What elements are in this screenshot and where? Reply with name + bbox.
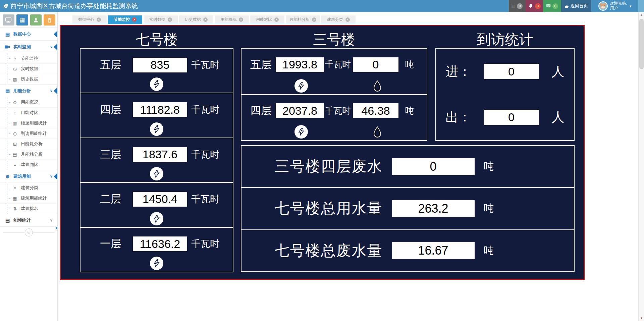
- sidebar-item-visit-energy-stats[interactable]: ◷ 到访用能统计: [0, 128, 57, 139]
- b3-floor4-water-input[interactable]: [353, 103, 398, 118]
- scroll-thumb[interactable]: [639, 19, 644, 69]
- tab-realtime-data[interactable]: 实时数据 ×: [144, 15, 178, 24]
- chevron-down-icon: ∨: [50, 174, 53, 178]
- sidebar-item-energy-overview[interactable]: ⊙ 用能概况: [0, 97, 57, 107]
- alerts-button[interactable]: 0: [526, 0, 543, 12]
- sidebar-item-floor-energy-stats[interactable]: ▥ 楼层用能统计: [0, 118, 57, 128]
- tab-energy-saving-monitor[interactable]: 节能监控 ×: [108, 15, 142, 24]
- b3-floor5-water-input[interactable]: [353, 57, 398, 72]
- building7-title: 七号楼: [80, 30, 233, 49]
- chevron-down-icon: ∨: [50, 45, 53, 49]
- header-right: ≡ 0 0 ✉ 0 返回首页 欢迎光临,用户 ▾: [509, 0, 644, 12]
- tab-energy-compare[interactable]: 用能对比 ×: [250, 15, 284, 24]
- tasks-badge: 0: [517, 3, 523, 9]
- sidebar-item-energy-compare[interactable]: ↕ 用能对比: [0, 107, 57, 118]
- close-icon[interactable]: ×: [345, 17, 350, 22]
- b7-total-water-input[interactable]: [392, 200, 475, 217]
- sidebar-item-monthly-energy-analysis[interactable]: ▤ 月能耗分析: [0, 149, 57, 159]
- sidebar-item-energy-analysis[interactable]: ▤ 用能分析 ∨: [0, 84, 57, 97]
- tab-energy-overview[interactable]: 用能概况 ×: [215, 15, 249, 24]
- floor3-kwh-input[interactable]: [133, 147, 187, 162]
- sidebar-item-energy-saving-monitor[interactable]: ⌂ 节能监控: [0, 53, 57, 63]
- tab-building-category[interactable]: 建筑分类 ×: [321, 15, 356, 24]
- floor4-kwh-input[interactable]: [133, 102, 187, 117]
- floor5-kwh-input[interactable]: [133, 58, 187, 72]
- visits-panel: 进： 人 出： 人: [435, 48, 575, 141]
- thumb-icon: [565, 4, 569, 8]
- scroll-down-arrow[interactable]: ▼: [639, 315, 644, 321]
- close-icon[interactable]: ×: [168, 17, 172, 22]
- building3-row-floor4: 四层 千瓦时 吨: [241, 94, 427, 141]
- building3-row-floor5: 五层 千瓦时 吨: [241, 49, 427, 94]
- monitor-button[interactable]: [3, 14, 14, 25]
- welcome-text: 欢迎光临,用户: [610, 1, 627, 11]
- b3-floor5-kwh-input[interactable]: [276, 57, 324, 72]
- scroll-up-arrow[interactable]: ▲: [639, 12, 644, 18]
- building-icon: ▦: [12, 196, 18, 201]
- tasks-button[interactable]: ≡ 0: [509, 0, 526, 12]
- sidebar-item-building-category[interactable]: ≡ 建筑分类: [0, 182, 57, 193]
- sidebar-item-data-center[interactable]: ▤ 数据中心: [0, 28, 57, 40]
- sort-icon: ⇅: [12, 207, 18, 211]
- user-menu[interactable]: 欢迎光临,用户 ▾: [591, 0, 638, 12]
- close-icon[interactable]: ×: [97, 17, 101, 22]
- floor1-kwh-input[interactable]: [133, 236, 187, 251]
- sidebar-item-realtime-monitoring[interactable]: 实时监测 ∨: [0, 40, 57, 53]
- sidebar-menu: ▤ 数据中心 实时监测 ∨ ⌂ 节能监控 ◷ 实时数据 ▨ 历史数据 ▤ 用能分…: [0, 28, 57, 238]
- collapse-icon[interactable]: «: [25, 228, 33, 236]
- squares-icon: ⊞: [12, 142, 18, 146]
- sidebar-item-building-ranking[interactable]: ⇅ 建筑排名: [0, 203, 57, 214]
- building7-row-floor2: 二层 千瓦时: [80, 182, 233, 227]
- person-button[interactable]: [30, 14, 42, 25]
- chevron-down-icon: ∨: [50, 218, 53, 222]
- sidebar-item-building-energy-stats[interactable]: ▦ 建筑用能统计: [0, 193, 57, 203]
- sidebar-collapse[interactable]: «: [0, 226, 57, 238]
- b3-floor4-wastewater-row: 三号楼四层废水 吨: [241, 146, 574, 187]
- bell-icon: [528, 3, 533, 9]
- layers-icon: ▤: [12, 152, 18, 157]
- visits-out-input[interactable]: [484, 110, 539, 125]
- tab-history-data[interactable]: 历史数据 ×: [179, 15, 213, 24]
- messages-button[interactable]: ✉ 0: [543, 0, 561, 12]
- vertical-scrollbar[interactable]: ▲ ▼: [638, 12, 644, 321]
- close-icon[interactable]: ×: [203, 17, 208, 22]
- close-icon[interactable]: ×: [132, 17, 137, 22]
- water-totals-panel: 三号楼四层废水 吨 七号楼总用水量 吨 七号楼总废水量 吨: [241, 145, 575, 272]
- sidebar-item-realtime-data[interactable]: ◷ 实时数据: [0, 63, 57, 74]
- close-icon[interactable]: ×: [312, 17, 316, 22]
- header-strip: [638, 0, 644, 12]
- close-icon[interactable]: ×: [239, 17, 243, 22]
- sidebar-item-daily-energy-analysis[interactable]: ⊞ 日能耗分析: [0, 139, 57, 149]
- lightning-icon: [150, 77, 163, 91]
- return-home-button[interactable]: 返回首页: [561, 0, 591, 12]
- envelope-icon: ✉: [546, 3, 551, 9]
- tab-monthly-energy-analysis[interactable]: 月能耗分析 ×: [286, 15, 320, 24]
- lightning-icon: [150, 122, 163, 136]
- stats-icon: ▤: [5, 218, 10, 223]
- sidebar-item-building-energy[interactable]: ⊕ 建筑用能 ∨: [0, 170, 57, 182]
- app-title: 西宁市城西区古城台街道办事处能耗监测系统: [10, 2, 138, 10]
- return-home-label: 返回首页: [571, 3, 588, 9]
- b3-floor4-kwh-input[interactable]: [276, 103, 324, 118]
- list-icon: ≡: [512, 3, 515, 9]
- tab-data-center[interactable]: 数据中心 ×: [72, 15, 107, 24]
- app-brand: 西宁市城西区古城台街道办事处能耗监测系统: [3, 0, 138, 12]
- alerts-badge: 0: [535, 3, 541, 9]
- floor2-kwh-input[interactable]: [133, 192, 187, 207]
- sidebar-item-energy-stats[interactable]: ▤ 能耗统计 ∨: [0, 214, 57, 226]
- b7-total-wastewater-input[interactable]: [392, 242, 475, 259]
- visits-in-input[interactable]: [484, 64, 539, 79]
- close-icon[interactable]: ×: [274, 17, 279, 22]
- visits-title: 到访统计: [435, 30, 575, 49]
- data-center-icon: ▤: [5, 32, 10, 37]
- building7-row-floor5: 五层 千瓦时: [80, 49, 233, 93]
- book-icon: ▥: [12, 121, 18, 125]
- sidebar-item-history-data[interactable]: ▨ 历史数据: [0, 74, 57, 84]
- trash-button[interactable]: [44, 14, 55, 25]
- power-icon: ⊙: [12, 100, 18, 105]
- bars-icon: ▤: [5, 89, 10, 93]
- b3-floor4-wastewater-input[interactable]: [392, 158, 475, 175]
- tab-bar: 数据中心 × 节能监控 × 实时数据 × 历史数据 × 用能概况 × 用能对比 …: [58, 15, 584, 24]
- sidebar-item-building-yoy[interactable]: ≡ 建筑同比: [0, 159, 57, 170]
- grid-button[interactable]: ▦: [16, 14, 28, 25]
